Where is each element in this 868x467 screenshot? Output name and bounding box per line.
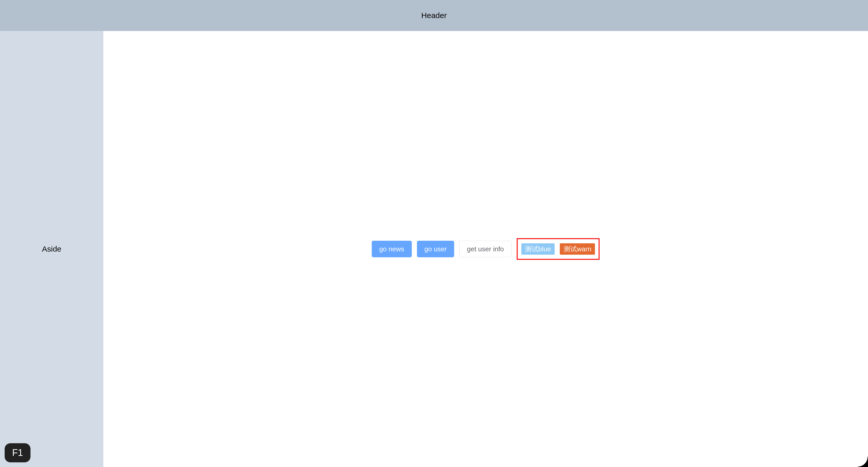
header: Header <box>0 0 868 31</box>
button-row: go news go user get user info 测试blue 测试w… <box>372 238 599 260</box>
main-content: go news go user get user info 测试blue 测试w… <box>103 31 868 467</box>
get-user-info-button[interactable]: get user info <box>459 241 511 257</box>
go-news-button[interactable]: go news <box>372 241 412 257</box>
test-blue-tag[interactable]: 测试blue <box>521 243 555 255</box>
aside-title: Aside <box>42 245 61 253</box>
aside: Aside <box>0 31 103 467</box>
test-warn-tag[interactable]: 测试warn <box>560 243 595 255</box>
header-title: Header <box>421 11 447 20</box>
tag-group: 测试blue 测试warn <box>517 238 600 260</box>
go-user-button[interactable]: go user <box>417 241 455 257</box>
devtools-hotkey-badge[interactable]: F1 <box>5 443 30 462</box>
